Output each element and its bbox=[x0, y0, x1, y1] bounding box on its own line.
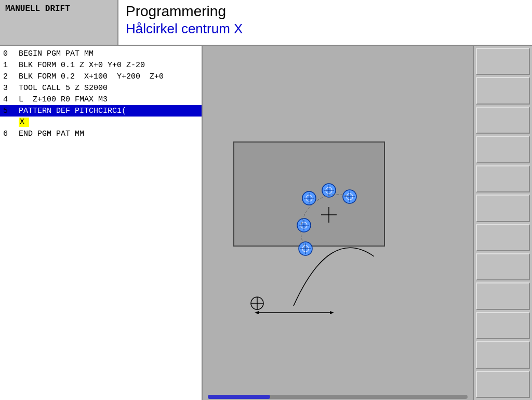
code-line: 6END PGM PAT MM bbox=[0, 128, 202, 139]
page-title-main: Programmering bbox=[126, 3, 525, 20]
code-panel: 0BEGIN PGM PAT MM1BLK FORM 0.1 Z X+0 Y+0… bbox=[0, 46, 203, 400]
sidebar-btn-7[interactable] bbox=[476, 253, 530, 280]
x-input-field[interactable]: X bbox=[19, 118, 29, 127]
page-title-sub: Hålcirkel centrum X bbox=[126, 21, 525, 37]
code-line: 1BLK FORM 0.1 Z X+0 Y+0 Z-20 bbox=[0, 59, 202, 71]
sidebar-btn-11[interactable] bbox=[476, 371, 530, 398]
code-input-line[interactable]: X bbox=[0, 117, 202, 128]
sidebar-btn-0[interactable] bbox=[476, 48, 530, 75]
sidebar-btn-1[interactable] bbox=[476, 77, 530, 104]
svg-marker-6 bbox=[330, 311, 334, 314]
code-line: 3TOOL CALL 5 Z S2000 bbox=[0, 82, 202, 94]
scrollbar-track[interactable] bbox=[208, 395, 468, 399]
sidebar-btn-5[interactable] bbox=[476, 195, 530, 222]
scrollbar-thumb[interactable] bbox=[208, 395, 270, 399]
scrollbar-area[interactable] bbox=[203, 394, 473, 400]
sidebar-btn-6[interactable] bbox=[476, 224, 530, 251]
graphics-panel bbox=[203, 46, 473, 400]
sidebar-btn-2[interactable] bbox=[476, 107, 530, 134]
sidebar-btn-4[interactable] bbox=[476, 165, 530, 192]
code-line: 2BLK FORM 0.2 X+100 Y+200 Z+0 bbox=[0, 71, 202, 82]
sidebar-btn-9[interactable] bbox=[476, 312, 530, 339]
diagram-svg bbox=[203, 111, 473, 329]
sidebar-btn-10[interactable] bbox=[476, 341, 530, 368]
code-line: 4L Z+100 R0 FMAX M3 bbox=[0, 94, 202, 105]
svg-marker-5 bbox=[255, 311, 259, 314]
mode-label: MANUELL DRIFT bbox=[0, 0, 118, 45]
sidebar-btn-3[interactable] bbox=[476, 136, 530, 163]
sidebar-btn-8[interactable] bbox=[476, 282, 530, 309]
code-line: 0BEGIN PGM PAT MM bbox=[0, 48, 202, 59]
code-line: 5PATTERN DEF PITCHCIRC1( bbox=[0, 105, 202, 117]
right-sidebar bbox=[473, 46, 532, 400]
